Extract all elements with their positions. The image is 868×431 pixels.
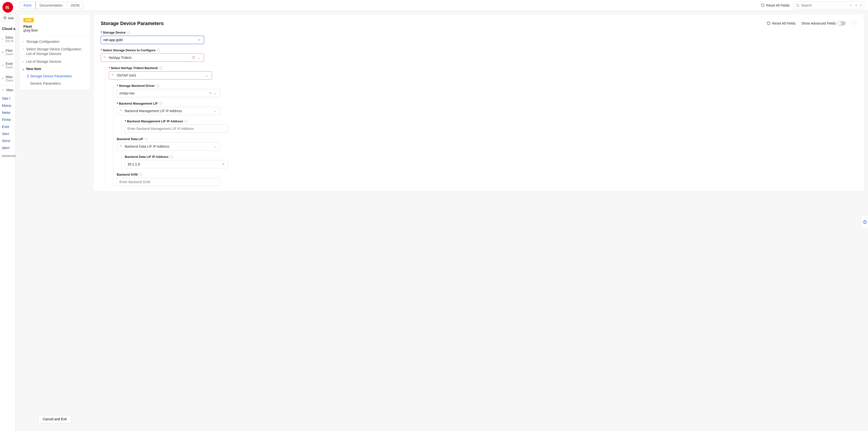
search-icon [796, 3, 800, 7]
grid-icon [4, 17, 6, 20]
info-icon[interactable]: i [127, 31, 130, 34]
info-icon[interactable]: i [159, 102, 162, 105]
form-card: Storage Device Parameters Reset All Fiel… [94, 14, 864, 191]
toggle-advanced-icon[interactable] [837, 21, 846, 26]
bg-link-alert[interactable]: Alert [0, 144, 15, 151]
svg-rect-5 [3, 52, 3, 53]
bg-link-mana[interactable]: Mana [0, 102, 15, 109]
tree-item-storage-device-parameters[interactable]: Storage Device Parameters [20, 72, 90, 80]
reset-all-fields-top[interactable]: Reset All Fields [761, 3, 790, 7]
tree-item-select-storage-device-config[interactable]: Select Storage Device Configuration : Li… [20, 45, 90, 58]
bg-section-sites[interactable]: SitesSite M [0, 33, 15, 44]
collapse-card-icon[interactable] [851, 21, 857, 26]
bg-link-servi[interactable]: Servi [0, 137, 15, 144]
info-icon[interactable]: i [145, 137, 148, 141]
select-storage-device-label: Select Storage Device to Configure [101, 49, 155, 52]
f5-logo-icon: f5 [2, 2, 13, 13]
view-mode-tabs: Form Documentation JSON [20, 2, 84, 9]
tree-item-storage-config[interactable]: Storage Configuration [20, 38, 90, 45]
tree-subtitle: greg-fleet [23, 28, 86, 32]
svg-point-11 [865, 223, 865, 223]
nav-tree-panel: Edit Fleet greg-fleet Storage Configurat… [20, 14, 90, 427]
svg-rect-4 [2, 52, 3, 53]
select-storage-device-dropdown[interactable]: NetApp Trident ⌄ [101, 54, 204, 62]
storage-device-input-wrap[interactable]: × [101, 36, 204, 44]
chevron-down-icon[interactable]: ⌄ [205, 73, 209, 78]
chevron-down-icon[interactable]: ⌄ [196, 56, 202, 60]
data-lif-ip-input-wrap[interactable]: × [125, 160, 228, 168]
bg-section-fleets[interactable]: FleeOverv [0, 46, 15, 57]
tab-form[interactable]: Form [20, 2, 36, 9]
info-icon[interactable]: i [159, 66, 162, 69]
chevron-up-icon [853, 22, 856, 25]
search-prev-icon[interactable]: ∧ [849, 3, 853, 7]
svg-point-7 [3, 65, 3, 66]
search-box[interactable]: ∧ ∨ × [794, 1, 864, 9]
info-icon[interactable]: i [185, 120, 188, 123]
mgmt-lif-label: Backend Management LIF [117, 102, 158, 105]
refresh-icon[interactable] [190, 56, 196, 60]
clear-icon[interactable]: × [197, 37, 202, 42]
mgmt-lif-ip-input[interactable] [127, 127, 225, 131]
svg-rect-2 [2, 52, 3, 52]
chevron-down-icon[interactable]: ⌄ [213, 109, 217, 113]
bg-select-label: Select [8, 16, 14, 20]
wrench-icon [2, 88, 4, 92]
undo-icon [767, 22, 771, 25]
search-clear-icon[interactable]: × [860, 3, 862, 7]
tab-json[interactable]: JSON [66, 2, 84, 9]
mgmt-lif-ip-input-wrap[interactable] [125, 125, 228, 133]
bg-link-firew[interactable]: Firew [0, 116, 15, 123]
form-scroll-area: Storage Device Parameters Reset All Fiel… [94, 11, 868, 431]
bg-left-nav: f5 Select Cloud a SitesSite M FleeOverv … [0, 0, 16, 431]
nodes-icon [2, 50, 4, 54]
help-fab[interactable] [861, 216, 868, 228]
reset-all-fields-card[interactable]: Reset All Fields [767, 22, 796, 25]
tree-item-list-storage-devices[interactable]: List of Storage Devices [20, 58, 90, 65]
tab-documentation[interactable]: Documentation [35, 2, 66, 9]
form-title: Storage Device Parameters [101, 21, 164, 26]
storage-device-input[interactable] [103, 38, 197, 42]
info-icon[interactable]: i [156, 84, 159, 87]
bg-section-ext[interactable]: ExteOverv [0, 59, 15, 70]
cancel-exit-button[interactable]: Cancel and Exit [38, 415, 71, 423]
globe-icon [2, 37, 3, 41]
chevron-down-icon[interactable]: ⌄ [213, 91, 217, 95]
bg-link-site[interactable]: Site I [0, 95, 15, 102]
info-icon[interactable]: i [157, 49, 160, 52]
data-lif-dropdown[interactable]: Backend Data LIF IP Address ⌄ [117, 142, 220, 151]
netapp-backend-dropdown[interactable]: ONTAP NAS ⌄ [109, 71, 212, 80]
info-icon[interactable]: i [170, 155, 173, 158]
bg-link-netw[interactable]: Netw [0, 109, 15, 116]
tree-item-generic-parameters[interactable]: Generic Parameters [20, 80, 90, 87]
gear-icon [2, 76, 4, 80]
clear-icon[interactable]: × [208, 91, 213, 96]
backend-svm-label: Backend SVM [117, 173, 138, 176]
search-input[interactable] [801, 3, 847, 7]
info-icon[interactable]: i [139, 173, 142, 176]
bg-link-exte[interactable]: Exte [0, 123, 15, 130]
branch-icon [112, 73, 117, 78]
search-next-icon[interactable]: ∨ [855, 3, 858, 7]
backend-svm-input-wrap[interactable] [117, 178, 220, 186]
bg-link-secr[interactable]: Secr [0, 130, 15, 137]
clear-icon[interactable]: × [221, 162, 225, 167]
branch-icon [119, 109, 125, 113]
help-icon [863, 220, 867, 224]
show-advanced-toggle[interactable]: Show Advanced Fields [801, 21, 846, 26]
chevron-down-icon[interactable]: ⌄ [213, 145, 217, 148]
mgmt-lif-ip-label: Backend Management LIF IP Address [125, 119, 183, 123]
svg-point-9 [797, 4, 799, 6]
backend-driver-dropdown[interactable]: ontap-nas × ⌄ [117, 89, 220, 97]
backend-svm-input[interactable] [119, 180, 217, 184]
undo-icon [761, 3, 765, 7]
branch-icon [119, 145, 125, 149]
mgmt-lif-dropdown[interactable]: Backend Management LIF IP Address ⌄ [117, 107, 220, 115]
bg-section-manage1[interactable]: ManOverv [0, 72, 15, 83]
bg-select-service-button[interactable]: Select [1, 14, 14, 22]
tree-item-new-item[interactable]: New Item [20, 65, 90, 72]
backend-driver-label: Storage Backend Driver [117, 84, 155, 88]
branch-icon [103, 56, 109, 60]
bg-section-manage2[interactable]: Man [0, 85, 15, 93]
data-lif-ip-input[interactable] [127, 162, 221, 166]
